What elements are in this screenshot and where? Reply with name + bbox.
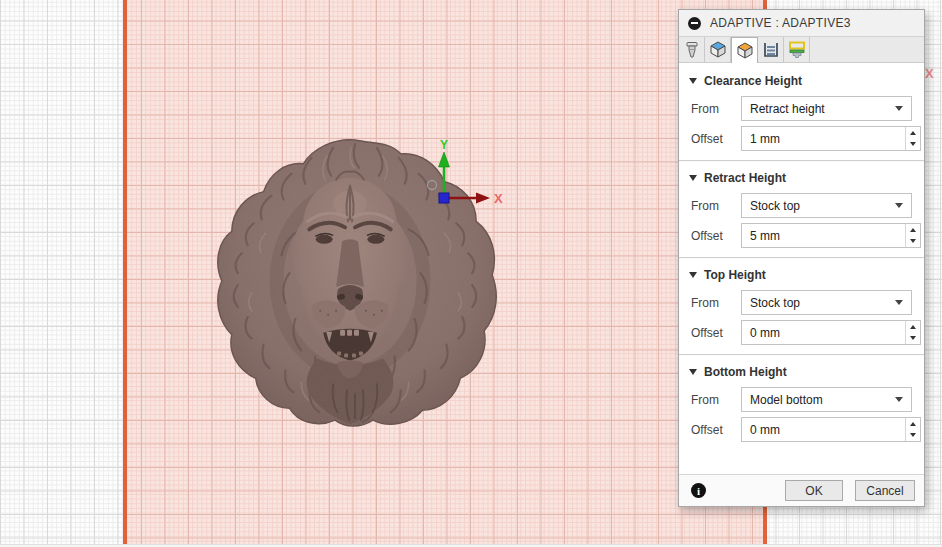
offset-label: Offset — [691, 423, 741, 437]
collapse-triangle-icon — [689, 175, 697, 181]
ok-button[interactable]: OK — [785, 480, 843, 501]
geometry-icon — [708, 40, 728, 59]
chevron-down-icon — [895, 203, 903, 208]
top-from-dropdown[interactable]: Stock top — [741, 290, 912, 315]
application-window: Y X X ADAPTIVE : ADAPTIVE3 — [0, 0, 942, 547]
stepper-down-icon[interactable] — [906, 236, 920, 248]
tab-tool[interactable] — [679, 37, 705, 62]
section-top-height: Top Height From Stock top Offset — [679, 259, 924, 356]
collapse-icon[interactable] — [688, 17, 701, 30]
retract-offset-stepper — [741, 223, 921, 248]
linking-icon — [787, 40, 807, 59]
bottom-offset-input[interactable] — [742, 418, 905, 441]
origin-handle-icon — [428, 181, 437, 190]
bottom-offset-stepper — [741, 417, 921, 442]
dialog-title: ADAPTIVE : ADAPTIVE3 — [710, 16, 851, 30]
collapse-triangle-icon — [689, 272, 697, 278]
tab-heights[interactable] — [731, 37, 758, 63]
stepper-down-icon[interactable] — [906, 139, 920, 151]
tab-linking[interactable] — [784, 37, 810, 62]
clearance-from-dropdown[interactable]: Retract height — [741, 96, 912, 121]
stepper-down-icon[interactable] — [906, 333, 920, 345]
tab-geometry[interactable] — [705, 37, 731, 62]
passes-icon — [761, 40, 781, 59]
top-offset-stepper — [741, 320, 921, 345]
adaptive-dialog: ADAPTIVE : ADAPTIVE3 — [678, 9, 925, 507]
clearance-offset-input[interactable] — [742, 127, 905, 150]
section-header-top[interactable]: Top Height — [679, 259, 924, 285]
retract-from-dropdown[interactable]: Stock top — [741, 193, 912, 218]
offset-label: Offset — [691, 326, 741, 340]
dialog-body: Clearance Height From Retract height Off… — [679, 63, 924, 442]
top-offset-input[interactable] — [742, 321, 905, 344]
collapse-triangle-icon — [689, 369, 697, 375]
offset-label: Offset — [691, 229, 741, 243]
section-header-clearance[interactable]: Clearance Height — [679, 65, 924, 91]
stepper-up-icon[interactable] — [906, 418, 920, 430]
section-clearance-height: Clearance Height From Retract height Off… — [679, 65, 924, 162]
collapse-triangle-icon — [689, 78, 697, 84]
from-label: From — [691, 296, 741, 310]
from-label: From — [691, 199, 741, 213]
chevron-down-icon — [895, 397, 903, 402]
y-axis-label: Y — [440, 140, 448, 152]
chevron-down-icon — [895, 106, 903, 111]
cancel-button[interactable]: Cancel — [855, 480, 915, 501]
section-header-bottom[interactable]: Bottom Height — [679, 356, 924, 382]
offset-label: Offset — [691, 132, 741, 146]
retract-offset-input[interactable] — [742, 224, 905, 247]
dialog-header[interactable]: ADAPTIVE : ADAPTIVE3 — [679, 10, 924, 37]
heights-icon — [735, 41, 755, 60]
tab-passes[interactable] — [758, 37, 784, 62]
from-label: From — [691, 393, 741, 407]
stepper-up-icon[interactable] — [906, 127, 920, 139]
stepper-up-icon[interactable] — [906, 321, 920, 333]
clearance-offset-stepper — [741, 126, 921, 151]
dialog-tab-bar — [679, 37, 924, 63]
stock-boundary-line-left — [123, 0, 127, 545]
info-icon[interactable]: i — [691, 483, 706, 498]
bottom-from-dropdown[interactable]: Model bottom — [741, 387, 912, 412]
from-label: From — [691, 102, 741, 116]
section-retract-height: Retract Height From Stock top Offset — [679, 162, 924, 259]
origin-triad: Y X — [424, 140, 506, 210]
stepper-up-icon[interactable] — [906, 224, 920, 236]
tool-icon — [682, 41, 702, 59]
stepper-down-icon[interactable] — [906, 430, 920, 442]
section-header-retract[interactable]: Retract Height — [679, 162, 924, 188]
dialog-footer: i OK Cancel — [679, 474, 924, 506]
x-axis-label: X — [494, 191, 503, 206]
chevron-down-icon — [895, 300, 903, 305]
section-bottom-height: Bottom Height From Model bottom Offset — [679, 356, 924, 442]
z-axis-origin-icon — [439, 193, 449, 203]
